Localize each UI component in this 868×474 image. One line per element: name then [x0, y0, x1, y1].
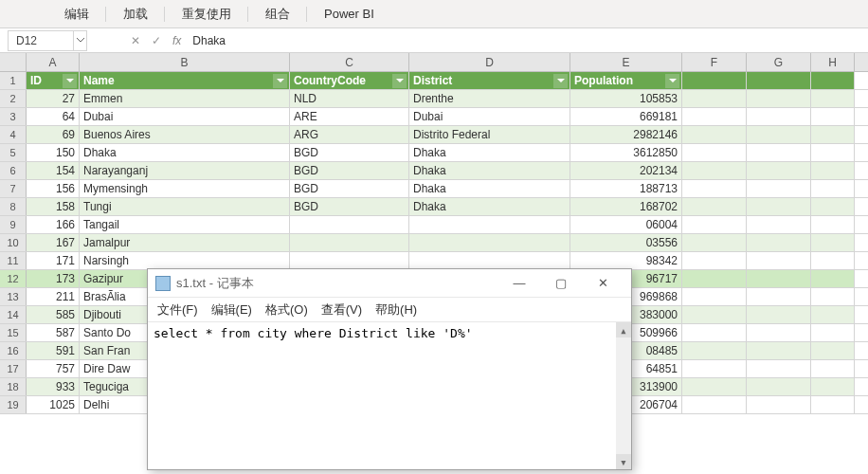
- row-header[interactable]: 1: [0, 72, 27, 89]
- cell[interactable]: [409, 252, 570, 269]
- cell[interactable]: BGD: [290, 144, 409, 161]
- row-header[interactable]: 4: [0, 126, 27, 143]
- row-header[interactable]: 11: [0, 252, 27, 269]
- cell[interactable]: Emmen: [80, 90, 290, 107]
- col-header-B[interactable]: B: [80, 53, 290, 71]
- cell[interactable]: [811, 324, 855, 341]
- cell[interactable]: [747, 306, 811, 323]
- cell[interactable]: ARG: [290, 126, 409, 143]
- cell[interactable]: [682, 378, 747, 395]
- notepad-text-area[interactable]: select * from city where District like '…: [148, 322, 631, 469]
- maximize-icon[interactable]: ▢: [540, 270, 582, 297]
- cell[interactable]: 64: [27, 108, 80, 125]
- cell[interactable]: [682, 270, 747, 287]
- cell[interactable]: 173: [27, 270, 80, 287]
- cell[interactable]: [747, 252, 811, 269]
- ribbon-load[interactable]: 加载: [106, 1, 165, 27]
- col-header-G[interactable]: G: [747, 53, 811, 71]
- cell[interactable]: BGD: [290, 198, 409, 215]
- cell[interactable]: 188713: [570, 180, 682, 197]
- cell[interactable]: [811, 126, 855, 143]
- cell[interactable]: [747, 108, 811, 125]
- cell[interactable]: [682, 126, 747, 143]
- filter-icon[interactable]: [273, 74, 287, 88]
- cell[interactable]: [682, 162, 747, 179]
- col-header-F[interactable]: F: [682, 53, 747, 71]
- row-header[interactable]: 6: [0, 162, 27, 179]
- row-header[interactable]: 5: [0, 144, 27, 161]
- cell[interactable]: Drenthe: [409, 90, 570, 107]
- cell[interactable]: [747, 72, 811, 89]
- cell[interactable]: 69: [27, 126, 80, 143]
- cell[interactable]: Dhaka: [409, 198, 570, 215]
- cell[interactable]: [811, 72, 855, 89]
- cell[interactable]: [682, 324, 747, 341]
- menu-edit[interactable]: 编辑(E): [206, 300, 258, 320]
- cell[interactable]: [747, 396, 811, 413]
- menu-format[interactable]: 格式(O): [260, 300, 314, 320]
- cell[interactable]: 150: [27, 144, 80, 161]
- cell[interactable]: [811, 180, 855, 197]
- cell[interactable]: [747, 360, 811, 377]
- row-header[interactable]: 7: [0, 180, 27, 197]
- cell[interactable]: 202134: [570, 162, 682, 179]
- filter-icon[interactable]: [63, 74, 77, 88]
- cell[interactable]: NLD: [290, 90, 409, 107]
- row-header[interactable]: 12: [0, 270, 27, 287]
- th-id[interactable]: ID: [27, 72, 80, 89]
- cell[interactable]: [409, 216, 570, 233]
- cell[interactable]: 211: [27, 288, 80, 305]
- filter-icon[interactable]: [392, 74, 407, 88]
- row-header[interactable]: 17: [0, 360, 27, 377]
- cell[interactable]: [682, 252, 747, 269]
- cell[interactable]: 669181: [570, 108, 682, 125]
- cell[interactable]: 3612850: [570, 144, 682, 161]
- cell[interactable]: [290, 234, 409, 251]
- menu-help[interactable]: 帮助(H): [370, 300, 423, 320]
- cell[interactable]: [747, 270, 811, 287]
- cell[interactable]: [682, 216, 747, 233]
- row-header[interactable]: 15: [0, 324, 27, 341]
- cell[interactable]: 156: [27, 180, 80, 197]
- cell[interactable]: [811, 396, 855, 413]
- cell[interactable]: [682, 108, 747, 125]
- cell[interactable]: 166: [27, 216, 80, 233]
- cell[interactable]: 933: [27, 378, 80, 395]
- menu-file[interactable]: 文件(F): [152, 300, 204, 320]
- cell[interactable]: 03556: [570, 234, 682, 251]
- cell[interactable]: 158: [27, 198, 80, 215]
- cell[interactable]: 98342: [570, 252, 682, 269]
- cell[interactable]: [811, 144, 855, 161]
- th-name[interactable]: Name: [80, 72, 290, 89]
- cell[interactable]: [811, 306, 855, 323]
- row-header[interactable]: 2: [0, 90, 27, 107]
- minimize-icon[interactable]: —: [498, 270, 540, 297]
- th-district[interactable]: District: [409, 72, 570, 89]
- cell[interactable]: [811, 234, 855, 251]
- row-header[interactable]: 13: [0, 288, 27, 305]
- cell[interactable]: [811, 162, 855, 179]
- col-header-A[interactable]: A: [27, 53, 80, 71]
- scrollbar-vertical[interactable]: ▴ ▾: [616, 322, 631, 469]
- name-box-dropdown-icon[interactable]: [74, 30, 87, 51]
- cell[interactable]: Distrito Federal: [409, 126, 570, 143]
- cell[interactable]: [811, 108, 855, 125]
- cell[interactable]: 167: [27, 234, 80, 251]
- cell[interactable]: [811, 252, 855, 269]
- cell[interactable]: [682, 288, 747, 305]
- cell[interactable]: [747, 198, 811, 215]
- cell[interactable]: [811, 198, 855, 215]
- cell[interactable]: BGD: [290, 180, 409, 197]
- cell[interactable]: Narayanganj: [80, 162, 290, 179]
- col-header-H[interactable]: H: [811, 53, 855, 71]
- th-countrycode[interactable]: CountryCode: [290, 72, 409, 89]
- cell[interactable]: [747, 234, 811, 251]
- cell[interactable]: 585: [27, 306, 80, 323]
- row-header[interactable]: 16: [0, 342, 27, 359]
- cell[interactable]: [682, 342, 747, 359]
- cell[interactable]: 1025: [27, 396, 80, 413]
- row-header[interactable]: 8: [0, 198, 27, 215]
- cell[interactable]: [747, 216, 811, 233]
- cell[interactable]: Dhaka: [80, 144, 290, 161]
- cell[interactable]: [811, 342, 855, 359]
